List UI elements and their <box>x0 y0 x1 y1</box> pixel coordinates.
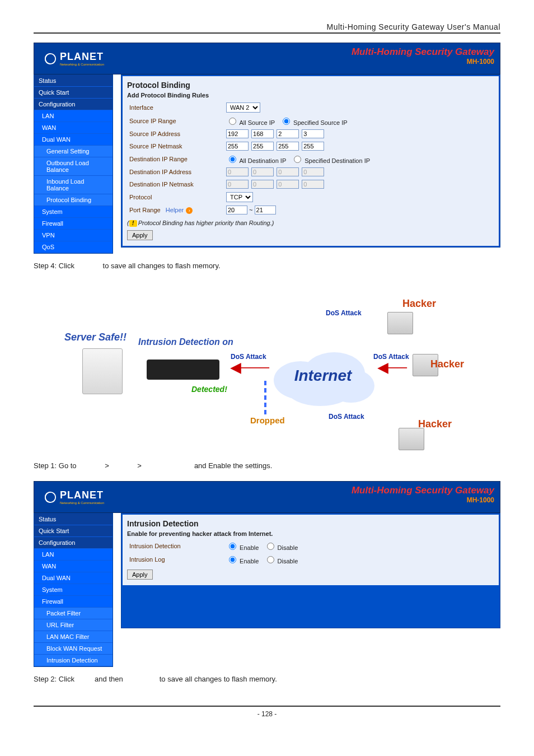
step1-gt-2: > <box>137 461 142 470</box>
dst-addr-2 <box>251 167 274 176</box>
protocol-select[interactable]: TCP <box>226 192 253 202</box>
interface-label: Interface <box>127 101 224 114</box>
intrusion-on-label: Intrusion Detection on <box>138 337 233 347</box>
apply-button-2[interactable]: Apply <box>127 570 153 580</box>
src-mask-3[interactable] <box>277 142 299 151</box>
src-mask-1[interactable] <box>226 142 249 151</box>
step1-a: Step 1: Go to <box>34 461 78 470</box>
sidebar-item[interactable]: VPN <box>34 230 113 241</box>
sidebar-item[interactable]: System <box>34 206 113 218</box>
sidebar-item[interactable]: Packet Filter <box>34 608 113 619</box>
dos-attack-label-4: DoS Attack <box>329 413 364 421</box>
sidebar-item[interactable]: Configuration <box>34 537 113 549</box>
port-sep: ~ <box>249 207 252 213</box>
dropped-label: Dropped <box>250 416 285 425</box>
sidebar-item[interactable]: Quick Start <box>34 87 113 99</box>
hacker-pc-icon-3 <box>399 428 424 450</box>
sidebar-item[interactable]: Firewall <box>34 596 113 608</box>
dst-range-all[interactable]: All Destination IP <box>226 157 286 164</box>
sidebar-item[interactable]: LAN MAC Filter <box>34 631 113 643</box>
dst-range-label: Destination IP Range <box>127 152 224 166</box>
dst-addr-label: Destination IP Address <box>127 166 224 178</box>
server-safe-label: Server Safe!! <box>64 332 127 343</box>
src-range-spec[interactable]: Specified Source IP <box>280 119 348 126</box>
arrow-left-red-2: ◀── <box>378 360 407 375</box>
sidebar-item[interactable]: Quick Start <box>34 525 113 537</box>
src-mask-4[interactable] <box>302 142 324 151</box>
banner-model-2: MH-1000 <box>352 496 494 504</box>
sidebar-item[interactable]: Protocol Binding <box>34 194 113 206</box>
port-range-label: Port Range <box>129 207 161 213</box>
device-banner-2: PLANET Networking & Communication Multi-… <box>34 481 500 513</box>
sidebar-item[interactable]: System <box>34 584 113 596</box>
dst-range-spec[interactable]: Specified Destination IP <box>291 157 370 164</box>
sidebar-item[interactable]: LAN <box>34 549 113 561</box>
panel2-subhead: Enable for preventing hacker attack from… <box>127 530 494 537</box>
dst-mask-label: Destination IP Netmask <box>127 178 224 190</box>
sidebar-item[interactable]: Status <box>34 514 113 525</box>
sidebar-item[interactable]: WAN <box>34 122 113 134</box>
apply-button[interactable]: Apply <box>127 230 153 240</box>
src-range-all[interactable]: All Source IP <box>226 119 275 126</box>
step4-b: to save all changes to flash memory. <box>103 262 221 270</box>
sidebar-nav-1: StatusQuick StartConfigurationLANWANDual… <box>34 74 113 254</box>
sidebar-item[interactable]: QoS <box>34 241 113 253</box>
banner-model: MH-1000 <box>352 58 494 66</box>
src-mask-label: Source IP Netmask <box>127 140 224 152</box>
sidebar-item[interactable]: Intrusion Detection <box>34 655 113 666</box>
src-addr-4[interactable] <box>302 129 324 138</box>
server-tower-icon <box>82 348 123 394</box>
step4-a: Step 4: Click <box>34 262 77 270</box>
interface-select[interactable]: WAN 2 <box>226 102 260 113</box>
il-enable-radio[interactable]: Enable <box>226 558 259 564</box>
intrusion-detection-panel: Intrusion Detection Enable for preventin… <box>123 515 499 585</box>
step1-b: and Enable the settings. <box>194 461 273 470</box>
port-from[interactable] <box>226 206 247 214</box>
sidebar-item[interactable]: General Setting <box>34 146 113 157</box>
dst-mask-2 <box>251 180 274 189</box>
dst-mask-1 <box>226 180 249 189</box>
page-number: - 128 - <box>34 706 500 718</box>
sidebar-item[interactable]: Configuration <box>34 99 113 110</box>
sidebar-item[interactable]: Dual WAN <box>34 572 113 584</box>
banner-title-2: Multi-Homing Security Gateway <box>352 485 494 496</box>
banner-title: Multi-Homing Security Gateway <box>352 46 494 58</box>
step2-mid: and then <box>95 675 125 683</box>
helper-icon: › <box>186 207 193 214</box>
src-addr-1[interactable] <box>226 129 249 138</box>
sidebar-item[interactable]: Inbound Load Balance <box>34 176 113 194</box>
sidebar-item[interactable]: Firewall <box>34 218 113 230</box>
panel-title: Protocol Binding <box>127 81 494 90</box>
dst-mask-4 <box>302 180 324 189</box>
sidebar-item[interactable]: WAN <box>34 561 113 572</box>
hacker-pc-icon-1 <box>387 312 413 334</box>
panel2-title: Intrusion Detection <box>127 519 494 528</box>
id-disable-radio[interactable]: Disable <box>264 544 298 551</box>
dos-attack-label-2: DoS Attack <box>326 309 362 317</box>
panel-subhead: Add Protocol Binding Rules <box>127 92 494 99</box>
sidebar-item[interactable]: Status <box>34 75 113 87</box>
brand-subtitle: Networking & Communication <box>60 63 104 66</box>
sidebar-item[interactable]: Outbound Load Balance <box>34 157 113 176</box>
sidebar-item[interactable]: Dual WAN <box>34 134 113 146</box>
src-addr-2[interactable] <box>251 129 274 138</box>
note-text: Protocol Binding has higher priority tha… <box>138 220 274 226</box>
src-range-label: Source IP Range <box>127 114 224 128</box>
step1-gt-1: > <box>105 461 109 470</box>
warning-icon: ! <box>129 220 137 227</box>
internet-label: Internet <box>267 367 379 385</box>
dos-attack-label-3: DoS Attack <box>373 353 409 361</box>
arrow-left-red-1: ◀─── <box>231 360 269 375</box>
sidebar-item[interactable]: Block WAN Request <box>34 643 113 655</box>
sidebar-item[interactable]: LAN <box>34 110 113 122</box>
il-disable-radio[interactable]: Disable <box>264 558 298 564</box>
id-enable-radio[interactable]: Enable <box>226 544 259 551</box>
detected-label: Detected! <box>191 385 227 394</box>
src-mask-2[interactable] <box>251 142 274 151</box>
sidebar-item[interactable]: URL Filter <box>34 619 113 631</box>
brand-logo: PLANET Networking & Communication <box>34 51 104 66</box>
port-helper-link[interactable]: Helper› <box>166 207 193 213</box>
port-to[interactable] <box>255 206 276 214</box>
doc-header: Multi-Homing Security Gateway User's Man… <box>327 22 501 31</box>
src-addr-3[interactable] <box>277 129 299 138</box>
